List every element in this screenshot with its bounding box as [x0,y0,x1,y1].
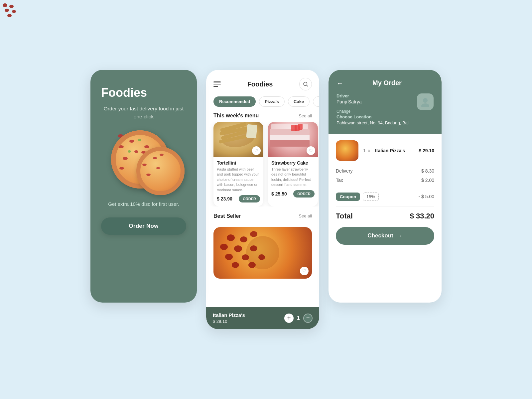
this-weeks-menu-header: This week's menu See all [206,111,319,122]
strawberry-cake-img: ♡ [268,122,318,157]
tax-value: $ 2.00 [421,178,434,183]
best-seller-see-all[interactable]: See all [299,213,312,218]
driver-label: Driver [336,93,410,98]
avatar-icon [420,97,430,107]
pizza-crust-sec [136,147,185,195]
pizza-illustration [101,129,186,195]
cake-desc: Three layer strawberry des not only beau… [271,167,315,188]
cart-item-name: Italian Pizza's [213,312,245,318]
screen1-discount: Get extra 10% disc for first user. [101,200,186,208]
pizza-img [213,227,312,279]
delivery-row: Delivery $ 8.30 [336,168,434,174]
order-item-name: Italian Pizza's [375,148,414,153]
cake-heart-btn[interactable]: ♡ [307,146,315,155]
best-seller-image: ♡ [213,227,312,279]
back-button[interactable]: ← [336,80,343,86]
tortellini-name: Tortellini [217,160,260,166]
tortellini-body: Tortellini Pasta stuffed with beef and p… [213,157,263,206]
location-section: Change Choose Location Pahlawan street, … [336,109,410,126]
menu-cards-list: ♡ Tortellini Pasta stuffed with beef and… [206,122,319,206]
tab-recommended[interactable]: Recommended [213,96,256,107]
tax-row: Tax $ 2.00 [336,178,434,183]
tortellini-price: $ 23.90 [217,196,232,201]
svg-point-3 [421,103,429,107]
total-row: Total $ 33.20 [336,212,434,220]
delivery-label: Delivery [336,168,353,174]
driver-row: Driver Panji Satrya Change Choose Locati… [336,93,434,126]
tortellini-desc: Pasta stuffed with beef and pork topped … [217,167,260,193]
search-button[interactable] [299,78,312,90]
tab-donut[interactable]: Donut [313,96,319,107]
qty-decrease-btn[interactable]: − [303,314,313,323]
category-tabs: Recommended Pizza's Cake Donut [206,94,319,111]
hamburger-line-1 [213,81,221,82]
qty-value: 1 [363,148,366,153]
driver-avatar [417,93,434,110]
hamburger-line-2 [213,84,221,85]
qty-increase-btn[interactable]: + [284,314,294,323]
coupon-badge[interactable]: Coupon [336,193,360,201]
coupon-left: Coupon 15% [336,193,379,201]
cake-price: $ 25.50 [271,191,287,197]
best-seller-header: Best Seller See all [206,211,319,222]
order-now-button[interactable]: Order Now [101,217,186,235]
cake-name: Strawberry Cake [271,160,315,166]
order-item-row: 1 x Italian Pizza's $ 29.10 [336,140,434,161]
menu-see-all[interactable]: See all [299,113,312,118]
price-divider [336,187,434,187]
total-value: $ 33.20 [410,212,434,220]
svg-line-1 [307,85,308,86]
arrow-icon: → [397,232,403,239]
header-row: ← My Order [336,79,434,87]
driver-section: Driver Panji Satrya Change Choose Locati… [336,93,410,126]
screen3-header: ← My Order Driver Panji Satrya Change Ch… [329,70,442,134]
menu-card-tortellini: ♡ Tortellini Pasta stuffed with beef and… [213,122,263,206]
delivery-value: $ 8.30 [421,168,434,174]
search-icon [303,81,309,87]
cart-item-price: $ 29.10 [213,319,245,324]
app-logo: Foodies [247,80,273,88]
svg-point-2 [423,98,428,103]
checkout-button[interactable]: Checkout → [336,227,434,245]
cart-item-info: Italian Pizza's $ 29.10 [213,312,245,324]
cake-body: Strawberry Cake Three layer strawberry d… [268,157,318,201]
tortellini-footer: $ 23.90 ORDER [217,195,260,202]
tax-label: Tax [336,178,343,183]
location-label: Choose Location [336,114,410,119]
driver-name: Panji Satrya [336,99,410,104]
menu-section-title: This week's menu [213,113,259,119]
cake-footer: $ 25.50 ORDER [271,190,315,198]
bottom-cart-bar: Italian Pizza's $ 29.10 + 1 − [206,307,319,329]
qty-number: 1 [297,315,300,321]
total-divider [336,206,434,206]
order-item-thumbnail [336,140,358,161]
pizza-heart-btn[interactable]: ♡ [300,267,309,275]
tab-cake[interactable]: Cake [288,96,310,107]
tortellini-img: ♡ [213,122,263,157]
hamburger-line-3 [213,86,218,87]
order-item-price: $ 29.10 [419,148,434,153]
screen1-title: Foodies [101,86,147,99]
best-seller-title: Best Seller [213,213,241,219]
screens-container: Foodies Order your fast delivery food in… [13,70,519,329]
cake-order-btn[interactable]: ORDER [293,190,315,198]
screen2-header: Foodies [206,70,319,94]
total-label: Total [336,212,353,220]
screen3-order: ← My Order Driver Panji Satrya Change Ch… [329,70,442,303]
tortellini-heart-btn[interactable]: ♡ [252,146,261,155]
menu-card-strawberry-cake: ♡ Strawberry Cake Three layer strawberry… [268,122,318,206]
quantity-controls: + 1 − [284,314,313,323]
pizza-thumbnail-img [336,140,358,161]
menu-icon[interactable] [213,81,221,87]
order-qty: 1 x [363,148,370,153]
coupon-row: Coupon 15% - $ 5.00 [336,193,434,201]
screen2-menu: Foodies Recommended Pizza's Cake Donut T… [206,70,319,329]
tortellini-order-btn[interactable]: ORDER [239,195,260,202]
coupon-percent: 15% [363,193,379,201]
x-symbol: x [368,148,370,153]
screen1-landing: Foodies Order your fast delivery food in… [90,70,197,303]
tab-pizzas[interactable]: Pizza's [259,96,285,107]
change-location-link[interactable]: Change [336,109,410,114]
order-body: 1 x Italian Pizza's $ 29.10 Delivery $ 8… [329,134,442,303]
coupon-discount: - $ 5.00 [419,194,434,199]
